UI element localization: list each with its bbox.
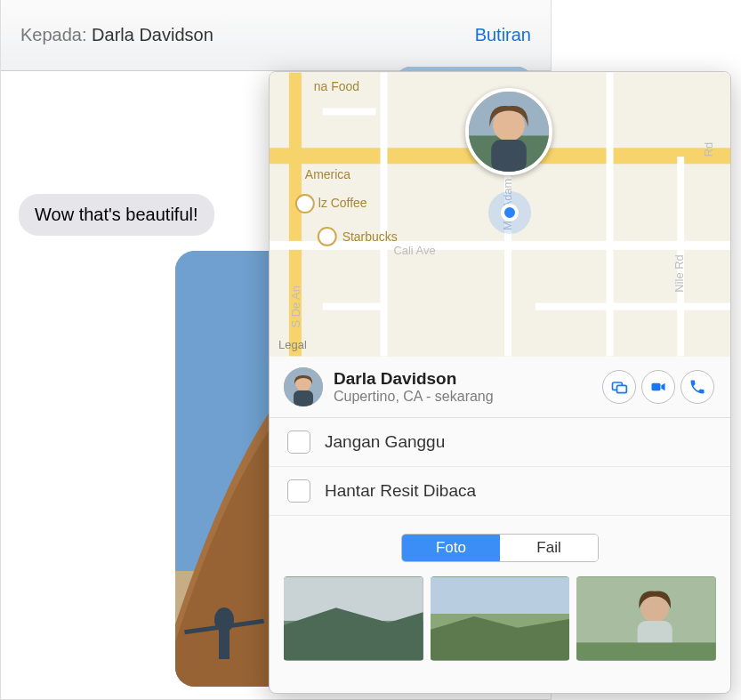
svg-rect-33 bbox=[294, 390, 313, 406]
contact-text: Darla Davidson Cupertino, CA - sekarang bbox=[334, 369, 592, 405]
details-popover: na Food America lz Coffee Starbucks Cali… bbox=[269, 71, 731, 694]
svg-point-29 bbox=[493, 109, 525, 141]
svg-rect-13 bbox=[381, 73, 388, 357]
video-call-button[interactable] bbox=[641, 370, 675, 404]
read-receipts-row[interactable]: Hantar Resit Dibaca bbox=[270, 467, 730, 516]
location-map[interactable]: na Food America lz Coffee Starbucks Cali… bbox=[270, 72, 730, 357]
current-location-dot bbox=[501, 204, 519, 221]
recipient-name[interactable]: Darla Davidson bbox=[92, 25, 213, 44]
svg-rect-47 bbox=[576, 642, 716, 660]
attachments-segmented-control: Foto Fail bbox=[401, 534, 599, 562]
incoming-message-bubble: Wow that's beautiful! bbox=[19, 194, 214, 236]
svg-point-21 bbox=[318, 228, 336, 245]
svg-rect-15 bbox=[607, 73, 614, 357]
svg-rect-35 bbox=[617, 385, 627, 392]
svg-rect-12 bbox=[270, 241, 730, 250]
recipient-field: Kepada: Darla Davidson bbox=[20, 25, 213, 45]
svg-rect-41 bbox=[431, 577, 570, 614]
svg-rect-36 bbox=[652, 383, 661, 390]
details-button[interactable]: Butiran bbox=[475, 25, 531, 45]
do-not-disturb-label: Jangan Ganggu bbox=[325, 432, 445, 452]
map-legal-link[interactable]: Legal bbox=[278, 338, 307, 351]
screen-share-button[interactable] bbox=[602, 370, 636, 404]
svg-text:Rd: Rd bbox=[702, 142, 715, 157]
tab-file[interactable]: Fail bbox=[500, 535, 598, 561]
svg-rect-7 bbox=[219, 629, 230, 659]
contact-info-row: Darla Davidson Cupertino, CA - sekarang bbox=[270, 357, 730, 418]
svg-text:Cali Ave: Cali Ave bbox=[393, 244, 435, 257]
do-not-disturb-row[interactable]: Jangan Ganggu bbox=[270, 418, 730, 467]
contact-name: Darla Davidson bbox=[334, 369, 592, 389]
attachment-thumb[interactable] bbox=[431, 576, 570, 661]
svg-point-20 bbox=[296, 195, 314, 213]
attachment-thumbnails bbox=[270, 571, 730, 675]
contact-actions bbox=[602, 370, 714, 404]
contact-location: Cupertino, CA - sekarang bbox=[334, 389, 592, 405]
read-receipts-checkbox[interactable] bbox=[287, 479, 310, 503]
svg-rect-17 bbox=[536, 303, 730, 310]
audio-call-button[interactable] bbox=[681, 370, 714, 404]
attachment-thumb[interactable] bbox=[576, 576, 716, 661]
contact-location-avatar[interactable] bbox=[465, 88, 552, 175]
do-not-disturb-checkbox[interactable] bbox=[287, 430, 310, 454]
attachments-segmented-wrap: Foto Fail bbox=[270, 516, 730, 571]
svg-rect-19 bbox=[323, 108, 376, 115]
recipient-prefix: Kepada: bbox=[20, 25, 92, 44]
svg-text:Nile Rd: Nile Rd bbox=[673, 254, 686, 292]
poi-starbucks: Starbucks bbox=[342, 229, 398, 244]
message-header: Kepada: Darla Davidson Butiran bbox=[1, 0, 551, 71]
tab-photo[interactable]: Foto bbox=[402, 535, 500, 561]
svg-text:S De An: S De An bbox=[289, 286, 302, 327]
avatar[interactable] bbox=[284, 367, 323, 406]
poi-food: na Food bbox=[314, 79, 359, 93]
read-receipts-label: Hantar Resit Dibaca bbox=[325, 481, 476, 501]
attachment-thumb[interactable] bbox=[284, 576, 423, 661]
svg-rect-30 bbox=[491, 140, 527, 172]
svg-rect-18 bbox=[323, 303, 385, 310]
svg-marker-37 bbox=[661, 383, 664, 390]
poi-america: America bbox=[305, 167, 350, 181]
poi-coffee: lz Coffee bbox=[318, 196, 367, 210]
